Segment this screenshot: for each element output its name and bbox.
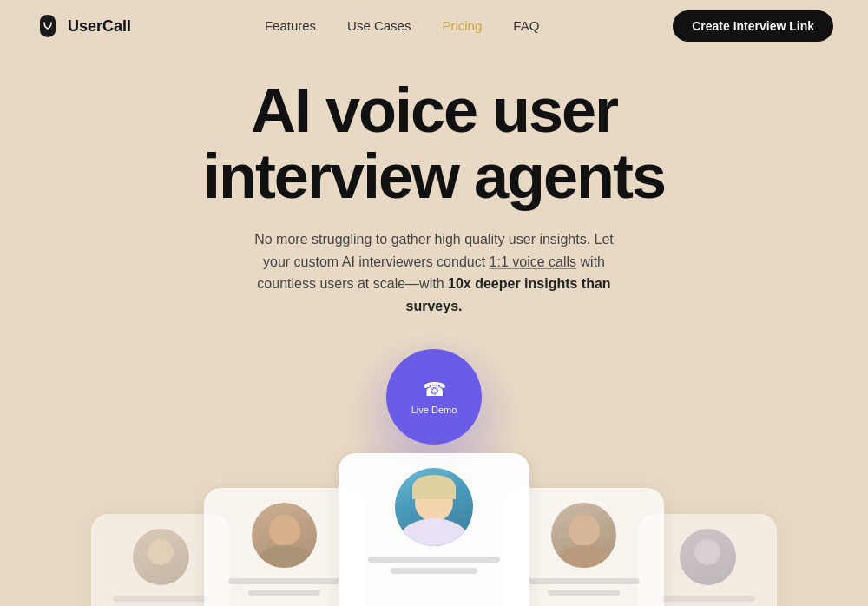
card-line [228,578,339,584]
cards-container: ☎ ☎ ☎ [17,453,851,606]
card-line [248,590,320,596]
phone-icon: ☎ [423,379,446,401]
card-lines-right [528,578,639,596]
live-demo-button[interactable]: ☎ Live Demo [386,349,482,445]
logo-text: UserCall [68,17,131,36]
card-line [548,590,620,596]
card-line [113,596,209,602]
avatar-right [551,503,616,568]
hero-description: No more struggling to gather high qualit… [243,228,625,317]
nav-link-faq[interactable]: FAQ [513,18,539,33]
card-line [391,568,477,574]
hero-title-line2: interview agents [203,142,665,211]
card-line [660,596,756,602]
hair-center [412,475,456,499]
demo-label: Live Demo [411,405,457,415]
avatar-center [395,468,473,546]
card-line [528,578,639,584]
avatar-far-left [133,529,189,585]
navbar: UserCall Features Use Cases Pricing FAQ … [0,0,868,52]
card-line [368,557,501,563]
nav-link-use-cases[interactable]: Use Cases [347,18,411,33]
nav-item-features[interactable]: Features [265,18,316,34]
nav-item-pricing[interactable]: Pricing [442,18,482,34]
create-interview-link-button[interactable]: Create Interview Link [673,10,833,42]
card-center: ☎ [339,453,529,606]
nav-item-use-cases[interactable]: Use Cases [347,18,411,34]
hero-title-line1: AI voice user [251,76,617,145]
logo[interactable]: UserCall [35,13,131,39]
card-lines-center [368,557,501,574]
bold-insight: 10x deeper insights than surveys. [406,276,611,313]
card-lines-far-right [660,596,756,606]
hero-section: AI voice user interview agents No more s… [0,52,868,606]
card-lines-left [228,578,339,596]
demo-area: ☎ Live Demo [17,349,851,445]
logo-icon [35,13,61,39]
nav-item-faq[interactable]: FAQ [513,18,539,34]
highlight-phrase: 1:1 voice calls [490,254,577,269]
card-lines-far-left [113,596,209,606]
nav-links: Features Use Cases Pricing FAQ [265,18,539,34]
nav-link-pricing[interactable]: Pricing [442,18,482,33]
hero-title: AI voice user interview agents [17,78,851,209]
nav-link-features[interactable]: Features [265,18,316,33]
avatar-far-right [680,529,736,585]
avatar-left [252,503,317,568]
